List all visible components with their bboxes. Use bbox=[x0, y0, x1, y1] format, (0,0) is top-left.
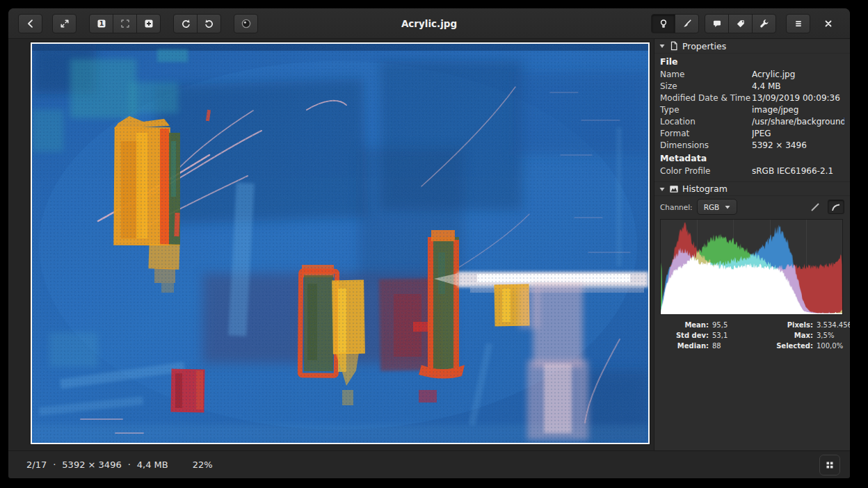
status-position: 2/17 bbox=[26, 459, 47, 470]
stat-value: 3.534.456 bbox=[817, 320, 850, 330]
property-label: Location bbox=[660, 116, 752, 128]
expander-arrow-icon bbox=[659, 186, 666, 193]
property-value: /usr/share/background... bbox=[752, 116, 844, 128]
stat-value: 95,5 bbox=[712, 320, 748, 330]
toolbar-left: 1 bbox=[18, 14, 258, 33]
histogram-canvas bbox=[661, 220, 842, 314]
histogram-glyph-icon bbox=[669, 184, 679, 194]
property-value: image/jpeg bbox=[752, 104, 844, 116]
properties-toggle-button[interactable] bbox=[651, 14, 675, 33]
property-row: Dimensions5392 × 3496 bbox=[654, 140, 850, 152]
property-value: 4,4 MB bbox=[752, 81, 844, 92]
logarithmic-scale-button[interactable] bbox=[828, 200, 844, 214]
stat-value: 88 bbox=[712, 341, 748, 351]
channel-dropdown[interactable]: RGB bbox=[697, 199, 738, 215]
channel-value: RGB bbox=[704, 203, 720, 211]
histogram-pane-header[interactable]: Histogram bbox=[654, 181, 850, 196]
comment-button[interactable] bbox=[705, 14, 729, 33]
status-separator: · bbox=[128, 459, 131, 470]
histogram-pane-title: Histogram bbox=[682, 184, 728, 194]
menu-button[interactable] bbox=[786, 14, 810, 33]
zoom-100-icon: 1 bbox=[96, 18, 107, 29]
property-label: Name bbox=[660, 69, 752, 81]
edit-image-button[interactable] bbox=[675, 14, 699, 33]
property-row: Size4,4 MB bbox=[654, 81, 850, 92]
stat-label: Selected: bbox=[752, 341, 813, 351]
image-frame bbox=[31, 42, 650, 444]
properties-pane-title: Properties bbox=[682, 41, 726, 51]
grid-view-icon bbox=[825, 460, 835, 470]
property-section-title: Metadata bbox=[654, 152, 850, 165]
tools-button[interactable] bbox=[752, 14, 776, 33]
histogram-panel bbox=[660, 219, 843, 315]
annotate-group bbox=[705, 14, 776, 33]
property-value: JPEG bbox=[752, 128, 844, 140]
toolbar-right bbox=[651, 14, 840, 33]
zoom-in-icon bbox=[143, 18, 154, 29]
properties-pane-header[interactable]: Properties bbox=[654, 39, 850, 54]
image-viewport[interactable] bbox=[8, 39, 654, 450]
property-label: Dimensions bbox=[660, 140, 752, 152]
stat-label: Std dev: bbox=[664, 330, 709, 341]
rotate-group bbox=[173, 14, 221, 33]
property-label: Format bbox=[660, 128, 752, 140]
titlebar: Acrylic.jpg 1 bbox=[8, 8, 850, 39]
back-button[interactable] bbox=[18, 14, 42, 33]
property-row: NameAcrylic.jpg bbox=[654, 69, 850, 81]
property-value: 13/09/2019 00:09:36 bbox=[752, 92, 844, 104]
histogram-stats: Mean:95,5Pixels:3.534.456Std dev:53,1Max… bbox=[654, 315, 850, 351]
document-icon bbox=[669, 41, 679, 51]
stat-label: Pixels: bbox=[752, 320, 813, 330]
stat-label: Mean: bbox=[664, 320, 709, 330]
zoom-100-button[interactable]: 1 bbox=[89, 14, 113, 33]
sphere-icon bbox=[241, 18, 252, 29]
comment-icon bbox=[712, 18, 723, 29]
stat-value: 53,1 bbox=[712, 330, 748, 341]
lightbulb-icon bbox=[658, 18, 669, 29]
linear-scale-icon bbox=[810, 202, 821, 213]
scale-buttons bbox=[807, 200, 844, 214]
close-button[interactable] bbox=[816, 14, 840, 33]
thumbnail-view-button[interactable] bbox=[819, 455, 840, 475]
chevron-left-icon bbox=[25, 18, 36, 29]
property-value: sRGB IEC61966-2.1 bbox=[752, 165, 844, 177]
app-window: Acrylic.jpg 1 bbox=[8, 8, 850, 478]
zoom-in-button[interactable] bbox=[136, 14, 161, 33]
fullscreen-button[interactable] bbox=[52, 14, 77, 33]
view-edit-group bbox=[651, 14, 699, 33]
zoom-fit-button[interactable] bbox=[113, 14, 137, 33]
statusbar: 2/17 · 5392 × 3496 · 4,4 MB 22% bbox=[8, 450, 850, 478]
rotate-right-icon bbox=[204, 18, 215, 29]
stat-value: 3,5% bbox=[817, 330, 850, 341]
svg-text:1: 1 bbox=[99, 19, 104, 27]
hamburger-menu-icon bbox=[793, 18, 804, 29]
status-separator: · bbox=[53, 459, 56, 470]
status-zoom-level: 22% bbox=[193, 459, 213, 470]
status-dimensions: 5392 × 3496 bbox=[62, 459, 121, 470]
stat-label: Median: bbox=[664, 341, 709, 351]
rotate-right-button[interactable] bbox=[197, 14, 221, 33]
tag-icon bbox=[735, 18, 746, 29]
color-sphere-button[interactable] bbox=[234, 14, 258, 33]
painting-image bbox=[32, 44, 648, 443]
property-row: Typeimage/jpeg bbox=[654, 104, 850, 116]
linear-scale-button[interactable] bbox=[807, 200, 823, 214]
properties-sidebar: Properties FileNameAcrylic.jpgSize4,4 MB… bbox=[654, 39, 850, 450]
expand-arrows-icon bbox=[59, 18, 70, 29]
fit-window-icon bbox=[120, 18, 131, 29]
channel-row: Channel: RGB bbox=[654, 196, 850, 219]
property-row: FormatJPEG bbox=[654, 128, 850, 140]
property-section-title: File bbox=[654, 55, 850, 69]
tag-button[interactable] bbox=[728, 14, 753, 33]
logarithmic-scale-icon bbox=[830, 202, 842, 213]
stat-label: Max: bbox=[752, 330, 813, 341]
paintbrush-icon bbox=[682, 18, 693, 29]
stat-value: 100,0% bbox=[817, 341, 850, 351]
property-label: Size bbox=[660, 81, 752, 92]
property-label: Type bbox=[660, 104, 752, 116]
property-row: Modified Date & Time13/09/2019 00:09:36 bbox=[654, 92, 850, 104]
status-filesize: 4,4 MB bbox=[137, 459, 168, 470]
rotate-left-button[interactable] bbox=[173, 14, 198, 33]
channel-label: Channel: bbox=[660, 203, 693, 211]
chevron-down-icon bbox=[725, 205, 730, 209]
